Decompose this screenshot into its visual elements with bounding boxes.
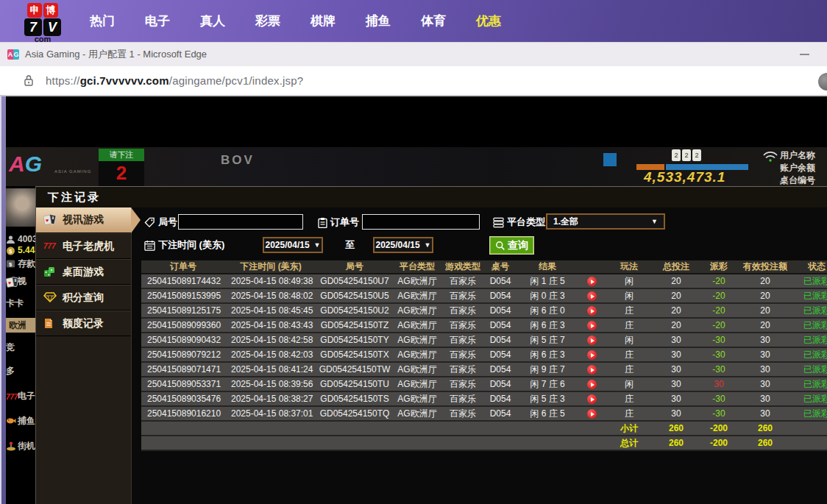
- cell-order: 250415089016210: [141, 406, 225, 421]
- logo-badge-bo: 博: [43, 3, 58, 18]
- site-logo[interactable]: 申 博 7 V com: [22, 3, 63, 42]
- cell-status: 已派彩: [792, 406, 827, 421]
- cell-order: 250415089035476: [141, 391, 225, 406]
- col-header: 桌号: [484, 260, 517, 274]
- nav-item-棋牌[interactable]: 棋牌: [310, 13, 336, 29]
- sidebar-item-电子老虎机[interactable]: 777电子老虎机: [36, 233, 131, 259]
- cell-round: GD054254150TW: [316, 362, 393, 377]
- play-video-button[interactable]: [587, 277, 597, 286]
- date-to-select[interactable]: 2025/04/15▼: [373, 237, 433, 253]
- cell-video: [578, 391, 605, 406]
- browser-title-bar[interactable]: AG Asia Gaming - 用户配置 1 - Microsoft Edge: [0, 42, 827, 66]
- cell-platform: AG欧洲厅: [393, 318, 441, 333]
- play-video-button[interactable]: [587, 350, 597, 360]
- cell-payout: -20: [699, 303, 739, 318]
- bet-countdown: 2: [99, 161, 144, 186]
- cell-order: 250415089079212: [141, 347, 225, 362]
- sidebar-item-桌面游戏[interactable]: 桌面游戏: [36, 259, 131, 285]
- url-text[interactable]: https://gci.7vvvvvv.com/agingame/pcv1/in…: [46, 74, 303, 87]
- bg-menu-item-4003[interactable]: 4003: [6, 234, 35, 244]
- cell-platform: AG欧洲厅: [393, 391, 441, 406]
- cell-time: 2025-04-15 08:43:43: [225, 318, 316, 333]
- play-video-button[interactable]: [587, 336, 597, 345]
- play-video-button[interactable]: [587, 306, 597, 316]
- play-video-button[interactable]: [587, 409, 597, 419]
- bov-text: BOV: [221, 153, 255, 168]
- bg-menu-item-捕鱼[interactable]: 捕鱼: [6, 415, 35, 427]
- cell-valid_bet: 30: [739, 391, 792, 406]
- sidebar-item-视讯游戏[interactable]: 9♥视讯游戏: [36, 207, 131, 233]
- search-button[interactable]: 查询: [489, 236, 534, 255]
- dice-icon: [43, 266, 57, 278]
- lock-icon: [24, 74, 34, 87]
- date-from-select[interactable]: 2025/04/15▼: [263, 237, 323, 253]
- bg-menu-item-5.44[interactable]: $5.44: [6, 245, 35, 255]
- order-number-input[interactable]: [362, 214, 480, 230]
- sum-payout: -200: [699, 436, 739, 450]
- cell-video: [578, 377, 605, 391]
- svg-text:777: 777: [43, 242, 56, 250]
- cell-table_no: D054: [484, 347, 517, 362]
- table-row: 2504150890533712025-04-15 08:39:56GD0542…: [141, 377, 827, 391]
- cell-table_no: D054: [484, 303, 517, 318]
- order-number-label: 订单号: [318, 214, 359, 230]
- play-video-button[interactable]: [587, 291, 597, 301]
- cell-status: 已派彩: [792, 347, 827, 362]
- profile-icon[interactable]: [818, 73, 827, 90]
- sidebar-item-额度记录[interactable]: 额度记录: [36, 310, 131, 336]
- nav-item-电子[interactable]: 电子: [145, 13, 170, 29]
- cell-round: GD054254150TY: [316, 333, 393, 347]
- cell-total_bet: 30: [653, 347, 699, 362]
- table-row: 2504150890792122025-04-15 08:42:03GD0542…: [141, 347, 827, 362]
- minimize-button[interactable]: [789, 43, 820, 66]
- play-video-button[interactable]: [587, 394, 597, 404]
- col-header: [578, 260, 605, 274]
- cell-platform: AG欧洲厅: [393, 347, 441, 362]
- cell-game: 百家乐: [441, 274, 484, 288]
- cell-time: 2025-04-15 08:42:58: [225, 333, 316, 347]
- col-header: 有效投注额: [739, 260, 792, 274]
- ag-logo: AG: [9, 152, 42, 177]
- cell-total_bet: 30: [653, 333, 699, 347]
- nav-item-优惠[interactable]: 优惠: [476, 13, 501, 29]
- col-header: 结果: [517, 260, 578, 274]
- play-video-button[interactable]: [587, 365, 597, 375]
- nav-item-体育[interactable]: 体育: [421, 13, 446, 29]
- cell-play: 庄: [605, 362, 653, 377]
- nav-item-彩票[interactable]: 彩票: [255, 13, 280, 29]
- cell-time: 2025-04-15 08:45:45: [225, 303, 316, 318]
- play-video-button[interactable]: [587, 321, 597, 330]
- nav-item-真人[interactable]: 真人: [200, 13, 225, 29]
- nav-item-捕鱼[interactable]: 捕鱼: [366, 13, 391, 29]
- dealt-cards: 222: [672, 149, 701, 161]
- background-left-column: 4003$5.44$存款9♥视卡卡欧洲竞多777电子捕鱼街机: [6, 188, 35, 504]
- cell-status: 已派彩: [792, 288, 827, 303]
- cell-status: 已派彩: [792, 377, 827, 391]
- bg-menu-item-多[interactable]: 多: [6, 365, 35, 377]
- bg-menu-item-存款[interactable]: $存款: [6, 258, 35, 270]
- cell-order: 250415089090432: [141, 333, 225, 347]
- nav-item-热门[interactable]: 热门: [90, 13, 115, 29]
- cell-round: GD054254150TZ: [316, 318, 393, 333]
- bg-menu-item-电子[interactable]: 777电子: [6, 390, 35, 402]
- cell-payout: -30: [699, 406, 739, 421]
- cell-payout: -30: [699, 347, 739, 362]
- bg-menu-item-街机[interactable]: 街机: [6, 440, 35, 452]
- bg-menu-item-卡卡[interactable]: 卡卡: [6, 297, 35, 310]
- sidebar-item-积分查询[interactable]: 积分查询: [36, 285, 131, 310]
- svg-text:9: 9: [52, 216, 54, 220]
- round-number-input[interactable]: [178, 214, 303, 230]
- bg-menu-item-竞[interactable]: 竞: [6, 341, 35, 354]
- platform-select[interactable]: 1.全部 ▼: [546, 213, 665, 230]
- browser-url-bar[interactable]: https://gci.7vvvvvv.com/agingame/pcv1/in…: [0, 66, 827, 96]
- play-video-button[interactable]: [587, 380, 597, 389]
- cell-result: 闲 6 庄 3: [517, 347, 578, 362]
- table-row: 2504150890714712025-04-15 08:41:24GD0542…: [141, 362, 827, 377]
- bg-menu-item-视[interactable]: 9♥视: [6, 275, 35, 288]
- bg-menu-item-欧洲[interactable]: 欧洲: [6, 318, 35, 333]
- card: 2: [692, 149, 701, 161]
- avatar: [6, 188, 35, 227]
- cell-valid_bet: 30: [739, 377, 792, 391]
- cell-table_no: D054: [484, 318, 517, 333]
- cell-round: GD054254150TQ: [316, 406, 393, 421]
